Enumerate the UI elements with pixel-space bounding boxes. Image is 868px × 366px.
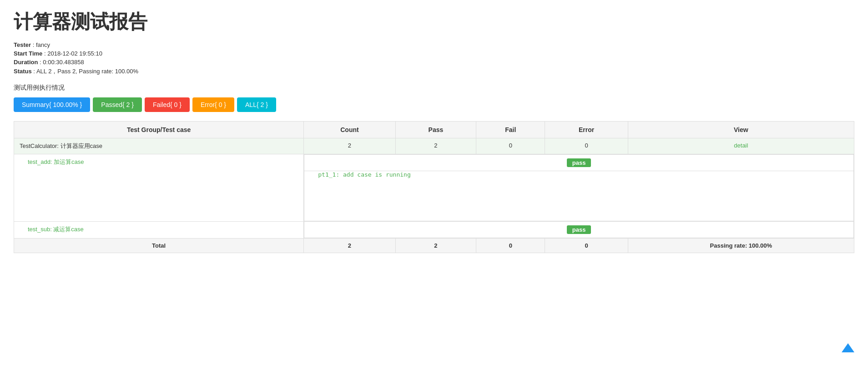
tester-colon: : [33,41,36,48]
page-title: 计算器测试报告 [14,9,854,35]
status-line: Status : ALL 2，Pass 2, Passing rate: 100… [14,67,854,76]
tester-value: fancy [36,41,50,48]
case-row-1: test_add: 加运算case pass pt1_1: add case i… [14,154,854,222]
group-fail: 0 [476,138,545,154]
total-count: 2 [304,239,395,253]
group-view[interactable]: detail [628,138,854,154]
col-header-pass: Pass [395,122,476,138]
tab-passed[interactable]: Passed{ 2 } [93,97,142,112]
tab-failed[interactable]: Failed{ 0 } [145,97,190,112]
tester-label: Tester [14,41,31,48]
case-1-name: test_add: 加运算case [14,154,304,222]
start-time-line: Start Time : 2018-12-02 19:55:10 [14,50,854,57]
col-header-error: Error [545,122,628,138]
case-row-2: test_sub: 减运算case pass [14,221,854,239]
total-error: 0 [545,239,628,253]
tab-summary[interactable]: Summary{ 100.00% } [14,97,90,112]
duration-value: 0:00:30.483858 [43,59,84,66]
case-1-log: pt1_1: add case is running [304,171,854,221]
group-error: 0 [545,138,628,154]
group-count: 2 [304,138,395,154]
duration-label: Duration [14,59,38,66]
tab-error[interactable]: Error{ 0 } [192,97,234,112]
start-time-label: Start Time [14,50,42,57]
tab-buttons: Summary{ 100.00% } Passed{ 2 } Failed{ 0… [14,97,854,112]
duration-line: Duration : 0:00:30.483858 [14,59,854,66]
report-table: Test Group/Test case Count Pass Fail Err… [14,121,854,253]
col-header-count: Count [304,122,395,138]
col-header-group: Test Group/Test case [14,122,304,138]
case-2-status-cell: pass [304,222,854,238]
col-header-view: View [628,122,854,138]
total-label: Total [14,239,304,253]
case-2-name: test_sub: 减运算case [14,221,304,239]
case-1-pass-badge: pass [567,158,591,167]
total-pass: 2 [395,239,476,253]
section-label: 测试用例执行情况 [14,84,854,92]
tab-all[interactable]: ALL{ 2 } [237,97,276,112]
group-row: TestCalculator: 计算器应用case 2 2 0 0 detail [14,138,854,154]
meta-section: Tester : fancy Start Time : 2018-12-02 1… [14,41,854,76]
total-fail: 0 [476,239,545,253]
status-value: ALL 2，Pass 2, Passing rate: 100.00% [36,68,138,75]
group-name: TestCalculator: 计算器应用case [14,138,304,154]
status-label: Status [14,68,32,75]
group-pass: 2 [395,138,476,154]
detail-link[interactable]: detail [734,142,748,149]
table-header-row: Test Group/Test case Count Pass Fail Err… [14,122,854,138]
col-header-fail: Fail [476,122,545,138]
total-row: Total 2 2 0 0 Passing rate: 100.00% [14,239,854,253]
tester-line: Tester : fancy [14,41,854,48]
total-passing-rate: Passing rate: 100.00% [628,239,854,253]
case-2-pass-badge: pass [567,225,591,234]
start-time-value: 2018-12-02 19:55:10 [47,50,102,57]
case-1-status-cell: pass [304,155,854,171]
